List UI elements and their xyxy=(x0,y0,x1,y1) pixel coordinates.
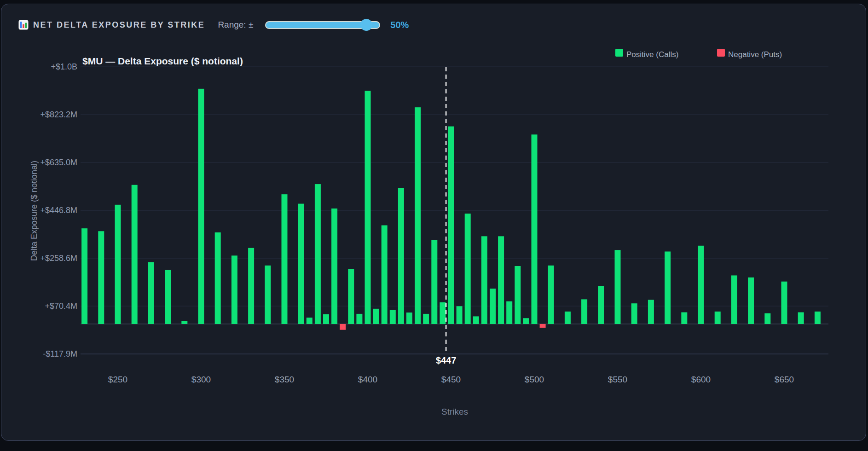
bar-strike-435[interactable] xyxy=(423,314,429,324)
bar-strike-650[interactable] xyxy=(781,282,787,324)
bar-strike-540[interactable] xyxy=(598,286,604,324)
x-tick-label: $450 xyxy=(441,375,461,384)
bar-strike-465[interactable] xyxy=(473,316,479,324)
negative-swatch xyxy=(717,49,725,57)
y-tick-label: +$446.8M xyxy=(40,206,77,215)
bar-strike-440[interactable] xyxy=(431,240,437,324)
bar-strike-310[interactable] xyxy=(215,232,221,324)
bar-strike-425[interactable] xyxy=(406,312,412,324)
bar-strike-475[interactable] xyxy=(490,289,496,324)
bar-strike-450[interactable] xyxy=(448,127,454,324)
bar-strike-415[interactable] xyxy=(390,310,396,324)
bar-strike-660[interactable] xyxy=(798,312,804,324)
bar-strike-470[interactable] xyxy=(481,236,487,324)
bar-strike-300[interactable] xyxy=(198,89,204,324)
bar-strike-610[interactable] xyxy=(715,312,721,324)
spot-price-label: $447 xyxy=(436,355,457,365)
bar-strike-460[interactable] xyxy=(465,214,471,324)
dashboard: NET DELTA EXPOSURE BY STRIKE Range: ± 50… xyxy=(0,0,868,451)
range-label: Range: ± xyxy=(218,20,253,30)
delta-exposure-plot[interactable]: -$117.9M+$70.4M+$258.6M+$446.8M+$635.0M+… xyxy=(0,0,868,451)
y-axis-title: Delta Exposure ($ notional) xyxy=(29,161,39,261)
bar-strike-320[interactable] xyxy=(231,255,237,324)
y-tick-label: +$823.2M xyxy=(40,110,77,119)
legend-item-negative[interactable]: Negative (Puts) xyxy=(717,49,782,58)
legend-item-positive[interactable]: Positive (Calls) xyxy=(615,49,678,58)
y-tick-label: +$1.0B xyxy=(51,62,77,71)
bar-chart-icon xyxy=(18,20,29,30)
bar-strike-480[interactable] xyxy=(498,236,504,324)
bar-strike-350[interactable] xyxy=(282,194,288,324)
bar-strike-670[interactable] xyxy=(815,312,821,324)
bar-strike-500[interactable] xyxy=(532,134,538,324)
x-tick-label: $300 xyxy=(191,375,211,384)
bar-strike-385[interactable] xyxy=(340,324,346,330)
bar-strike-455[interactable] xyxy=(457,306,463,324)
bar-strike-410[interactable] xyxy=(382,226,388,324)
bar-strike-530[interactable] xyxy=(581,299,587,324)
range-slider[interactable] xyxy=(265,21,380,29)
bar-strike-430[interactable] xyxy=(415,107,421,324)
bar-strike-365[interactable] xyxy=(307,318,312,324)
y-tick-label: +$70.4M xyxy=(45,301,77,311)
x-axis-title: Strikes xyxy=(441,407,468,416)
bar-strike-230[interactable] xyxy=(81,228,87,324)
card-header: NET DELTA EXPOSURE BY STRIKE Range: ± 50… xyxy=(18,18,409,31)
bar-strike-490[interactable] xyxy=(515,266,521,324)
bar-strike-620[interactable] xyxy=(731,275,737,324)
y-tick-label: -$117.9M xyxy=(43,349,77,358)
bar-strike-640[interactable] xyxy=(764,313,770,324)
bar-strike-560[interactable] xyxy=(631,303,637,324)
bar-strike-405[interactable] xyxy=(373,309,379,324)
bar-strike-485[interactable] xyxy=(506,301,512,324)
x-tick-label: $350 xyxy=(275,375,294,384)
bar-strike-550[interactable] xyxy=(615,250,621,324)
y-tick-label: +$635.0M xyxy=(40,158,77,167)
bar-strike-590[interactable] xyxy=(681,312,687,324)
bar-strike-290[interactable] xyxy=(181,321,187,324)
bar-strike-420[interactable] xyxy=(398,188,404,324)
bar-strike-445[interactable] xyxy=(440,302,446,324)
card-title: NET DELTA EXPOSURE BY STRIKE xyxy=(33,20,205,30)
chart-title: $MU — Delta Exposure ($ notional) xyxy=(82,56,243,67)
bar-strike-400[interactable] xyxy=(365,91,371,324)
legend-label-negative: Negative (Puts) xyxy=(728,50,782,59)
bar-strike-495[interactable] xyxy=(523,318,529,324)
bar-strike-505[interactable] xyxy=(540,324,546,328)
bar-strike-360[interactable] xyxy=(298,204,304,324)
bar-strike-380[interactable] xyxy=(331,208,337,324)
bar-strike-250[interactable] xyxy=(115,205,121,324)
x-tick-label: $500 xyxy=(525,375,544,384)
bar-strike-390[interactable] xyxy=(348,269,354,324)
y-tick-label: +$258.6M xyxy=(40,254,77,263)
bar-strike-270[interactable] xyxy=(148,262,154,324)
x-tick-label: $400 xyxy=(358,375,377,384)
bar-strike-330[interactable] xyxy=(248,248,254,324)
bar-strike-580[interactable] xyxy=(665,252,671,324)
x-tick-label: $550 xyxy=(608,375,627,384)
bar-strike-630[interactable] xyxy=(748,278,754,324)
bar-strike-340[interactable] xyxy=(265,266,271,324)
bar-strike-570[interactable] xyxy=(648,300,654,324)
bar-strike-510[interactable] xyxy=(548,266,554,324)
bar-strike-260[interactable] xyxy=(132,185,138,324)
bar-strike-375[interactable] xyxy=(323,314,329,324)
bar-strike-240[interactable] xyxy=(98,231,104,324)
bar-strike-520[interactable] xyxy=(565,312,571,324)
x-tick-label: $600 xyxy=(691,375,711,384)
range-slider-thumb[interactable] xyxy=(360,19,372,31)
bar-strike-280[interactable] xyxy=(165,270,171,324)
x-tick-label: $250 xyxy=(108,375,127,384)
x-tick-label: $650 xyxy=(775,375,794,384)
bar-strike-395[interactable] xyxy=(356,314,362,324)
bar-strike-600[interactable] xyxy=(698,246,704,324)
positive-swatch xyxy=(615,49,623,57)
range-value: 50% xyxy=(390,20,409,30)
legend-label-positive: Positive (Calls) xyxy=(626,50,678,59)
bar-strike-370[interactable] xyxy=(315,184,321,324)
